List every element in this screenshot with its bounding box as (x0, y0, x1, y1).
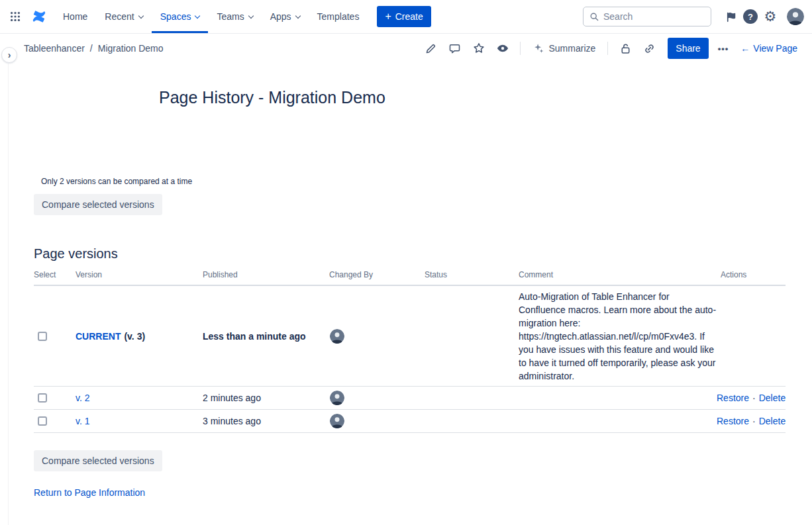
published-cell: Less than a minute ago (203, 331, 329, 342)
nav-home[interactable]: Home (54, 0, 96, 33)
favourite-button[interactable] (470, 39, 488, 58)
version-number-suffix: (v. 3) (124, 331, 145, 342)
more-actions-button[interactable]: ••• (714, 41, 733, 56)
delete-link[interactable]: Delete (759, 416, 786, 426)
watch-button[interactable] (493, 39, 512, 58)
nav-spaces[interactable]: Spaces (152, 0, 209, 33)
restrictions-button[interactable] (616, 39, 634, 58)
toolbar-divider (607, 42, 608, 55)
actions-separator: · (752, 416, 756, 426)
table-header-row: Select Version Published Changed By Stat… (34, 270, 786, 286)
nav-home-label: Home (63, 11, 87, 22)
summarize-button[interactable]: Summarize (529, 40, 600, 57)
view-page-label: View Page (753, 43, 797, 54)
col-header-changed-by: Changed By (329, 270, 425, 279)
link-icon (643, 42, 656, 55)
actions-separator: · (752, 393, 756, 403)
user-avatar-image (787, 8, 804, 25)
compare-selected-versions-button-bottom[interactable]: Compare selected versions (34, 450, 162, 471)
published-cell: 3 minutes ago (203, 416, 329, 426)
top-navigation-bar: Home Recent Spaces Teams Apps Templates … (0, 0, 812, 34)
version-checkbox[interactable] (38, 416, 47, 426)
copy-link-button[interactable] (640, 39, 658, 58)
breadcrumb-page-link[interactable]: Migration Demo (98, 43, 164, 54)
compare-note: Only 2 versions can be compared at a tim… (41, 177, 786, 186)
version-link[interactable]: v. 2 (76, 393, 90, 403)
search-box[interactable] (583, 7, 711, 26)
chevron-down-icon (295, 13, 300, 18)
col-header-version: Version (76, 270, 203, 279)
page-toolbar-row: Tableenhancer / Migration Demo (0, 34, 812, 63)
actions-cell: Restore·Delete (717, 416, 786, 426)
share-button[interactable]: Share (668, 38, 708, 59)
restore-link[interactable]: Restore (717, 416, 749, 426)
toolbar-divider (520, 42, 521, 55)
create-button-label: Create (395, 11, 423, 22)
comment-cell: Auto-Migration of Table Enhancer for Con… (519, 290, 717, 383)
star-icon (472, 42, 485, 55)
edit-button[interactable] (422, 39, 440, 58)
primary-nav: Home Recent Spaces Teams Apps Templates (54, 0, 368, 33)
changed-by-avatar (330, 414, 344, 428)
comments-button[interactable] (446, 39, 464, 58)
search-icon (589, 11, 599, 22)
eye-icon (496, 42, 509, 55)
nav-templates[interactable]: Templates (309, 0, 368, 33)
nav-recent[interactable]: Recent (96, 0, 151, 33)
col-header-comment: Comment (519, 270, 717, 279)
table-row-version-1: v. 1 3 minutes ago Restore·Delete (34, 410, 786, 433)
nav-recent-label: Recent (105, 11, 134, 22)
question-icon: ? (743, 9, 758, 24)
version-checkbox[interactable] (38, 332, 47, 341)
chevron-down-icon (248, 13, 253, 18)
table-row-version-2: v. 2 2 minutes ago Restore·Delete (34, 387, 786, 410)
version-link[interactable]: v. 1 (76, 416, 90, 426)
page-actions: Summarize Share ••• ← View Page (422, 38, 798, 59)
page-versions-table: Select Version Published Changed By Stat… (34, 270, 786, 433)
expand-sidebar-button[interactable]: › (1, 47, 17, 63)
settings-button[interactable]: ⚙ (760, 7, 780, 26)
chevron-down-icon (138, 13, 143, 18)
published-cell: 2 minutes ago (203, 393, 329, 403)
page-history-content: Page History - Migration Demo Only 2 ver… (0, 87, 812, 498)
breadcrumb: Tableenhancer / Migration Demo (24, 43, 164, 54)
breadcrumb-separator: / (90, 43, 93, 54)
restore-link[interactable]: Restore (717, 393, 749, 403)
view-page-link[interactable]: ← View Page (740, 43, 797, 54)
confluence-logo-icon (30, 8, 48, 25)
col-header-actions: Actions (717, 270, 786, 279)
sparkle-icon (533, 42, 544, 54)
help-button[interactable]: ? (740, 7, 760, 26)
changed-by-avatar (330, 391, 344, 405)
return-to-page-information-link[interactable]: Return to Page Information (34, 487, 145, 498)
nav-apps[interactable]: Apps (262, 0, 309, 33)
actions-cell: Restore·Delete (717, 393, 786, 403)
profile-avatar[interactable] (787, 8, 804, 25)
comment-icon (448, 42, 461, 55)
breadcrumb-space-link[interactable]: Tableenhancer (24, 43, 85, 54)
chevron-right-icon: › (8, 50, 11, 60)
page-versions-heading: Page versions (34, 246, 786, 262)
nav-teams[interactable]: Teams (208, 0, 261, 33)
page-title: Page History - Migration Demo (159, 87, 786, 108)
col-header-status: Status (425, 270, 519, 279)
app-switcher-button[interactable] (5, 7, 25, 26)
flag-button[interactable] (721, 7, 740, 26)
changed-by-avatar (330, 329, 344, 344)
gear-icon: ⚙ (764, 10, 777, 24)
search-input[interactable] (603, 11, 696, 22)
back-arrow-icon: ← (740, 43, 750, 54)
nav-apps-label: Apps (270, 11, 291, 22)
delete-link[interactable]: Delete (759, 393, 786, 403)
version-checkbox[interactable] (38, 393, 47, 403)
compare-selected-versions-button-top[interactable]: Compare selected versions (34, 194, 162, 215)
create-button[interactable]: + Create (377, 6, 431, 27)
nav-spaces-label: Spaces (160, 11, 191, 22)
confluence-logo[interactable] (30, 8, 48, 25)
plus-icon: + (385, 11, 391, 22)
nav-teams-label: Teams (217, 11, 244, 22)
version-link-current[interactable]: CURRENT (76, 331, 121, 342)
unlock-icon (619, 42, 632, 55)
nav-templates-label: Templates (317, 11, 360, 22)
grid-icon (9, 11, 21, 23)
